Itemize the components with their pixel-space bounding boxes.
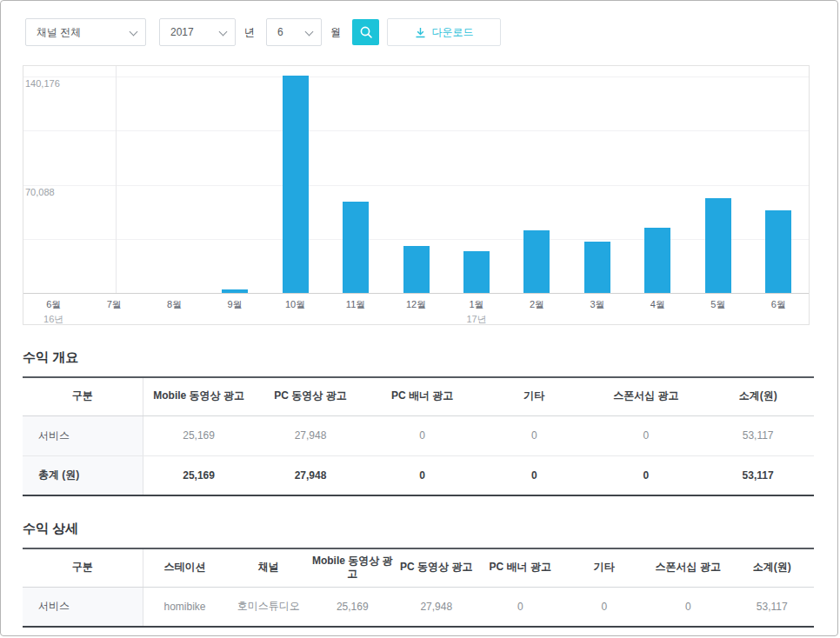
x-axis-year-label bbox=[325, 313, 385, 324]
table-cell: 0 bbox=[478, 455, 590, 495]
chevron-down-icon bbox=[219, 28, 228, 37]
x-axis-year-label bbox=[688, 313, 748, 324]
x-axis-month-label: 4월 bbox=[628, 298, 688, 311]
x-axis-month-label: 6월 bbox=[749, 298, 809, 311]
revenue-dashboard-page: 채널 전체 2017 년 6 월 bbox=[0, 0, 838, 636]
year-select[interactable]: 2017 bbox=[159, 18, 236, 46]
table-cell: 0 bbox=[478, 587, 563, 627]
x-axis-year-label bbox=[83, 313, 143, 324]
table-cell: 0 bbox=[590, 455, 703, 495]
table-cell: 서비스 bbox=[23, 415, 143, 455]
y-axis-tick-label: 70,088 bbox=[25, 187, 55, 197]
month-select[interactable]: 6 bbox=[266, 18, 322, 46]
x-axis-month-label: 2월 bbox=[507, 298, 567, 311]
chart-bar[interactable] bbox=[283, 76, 309, 293]
table-cell: 0 bbox=[646, 587, 730, 627]
chart-bar[interactable] bbox=[463, 251, 490, 293]
column-header: Mobile 동영상 광고 bbox=[143, 377, 255, 415]
column-header: PC 동영상 광고 bbox=[255, 377, 367, 415]
x-axis-month-label: 12월 bbox=[386, 298, 446, 311]
column-header: 소계(원) bbox=[730, 548, 815, 587]
channel-select[interactable]: 채널 전체 bbox=[25, 18, 146, 46]
table-cell: 25,169 bbox=[310, 587, 395, 627]
x-axis-month-label: 1월 bbox=[446, 298, 506, 311]
search-icon bbox=[359, 25, 373, 39]
x-axis-year-label: 16년 bbox=[23, 313, 83, 324]
table-cell: 53,117 bbox=[702, 415, 814, 455]
column-header: 구분 bbox=[23, 377, 143, 415]
chart-bar[interactable] bbox=[523, 230, 550, 293]
x-axis-year-label: 17년 bbox=[446, 313, 506, 324]
download-button[interactable]: 다운로드 bbox=[387, 18, 501, 46]
column-header: 스테이션 bbox=[143, 548, 227, 587]
summary-section-title: 수익 개요 bbox=[23, 349, 837, 366]
year-select-value: 2017 bbox=[170, 26, 194, 38]
revenue-summary-table: 구분 Mobile 동영상 광고 PC 동영상 광고 PC 배너 광고 기타 스… bbox=[23, 376, 814, 496]
x-axis-year-label bbox=[265, 313, 325, 324]
revenue-bar-chart: 140,176 70,088 6월16년 7월 8월 9월 10월 11월 12… bbox=[23, 65, 810, 325]
x-axis-year-label bbox=[507, 313, 567, 324]
table-header-row: 구분 Mobile 동영상 광고 PC 동영상 광고 PC 배너 광고 기타 스… bbox=[23, 377, 814, 415]
table-cell: 27,948 bbox=[255, 455, 367, 495]
chevron-down-icon bbox=[305, 28, 314, 37]
filter-bar: 채널 전체 2017 년 6 월 bbox=[25, 18, 837, 46]
x-axis-month-label: 7월 bbox=[83, 298, 143, 311]
x-axis-month-label: 9월 bbox=[204, 298, 264, 311]
column-header: 스폰서십 광고 bbox=[590, 377, 703, 415]
table-cell: 25,169 bbox=[143, 415, 255, 455]
x-axis-year-label bbox=[628, 313, 688, 324]
table-cell: 0 bbox=[590, 415, 703, 455]
table-row: 서비스 25,169 27,948 0 0 0 53,117 bbox=[23, 415, 814, 455]
table-row: 서비스 homibike 호미스튜디오 25,169 27,948 0 0 0 … bbox=[23, 587, 814, 627]
chart-bar[interactable] bbox=[403, 246, 430, 293]
channel-select-value: 채널 전체 bbox=[37, 25, 81, 40]
x-axis-month-label: 5월 bbox=[688, 298, 748, 311]
chart-plot-area: 140,176 70,088 bbox=[23, 66, 809, 293]
column-header: 채널 bbox=[227, 548, 311, 587]
column-header: PC 동영상 광고 bbox=[395, 548, 479, 587]
download-icon bbox=[415, 27, 426, 38]
table-cell: 0 bbox=[366, 455, 478, 495]
y-axis-tick-label: 140,176 bbox=[25, 78, 60, 89]
month-unit-label: 월 bbox=[330, 25, 341, 40]
x-axis-month-label: 10월 bbox=[265, 298, 325, 311]
table-cell: 서비스 bbox=[23, 587, 143, 627]
column-header: 소계(원) bbox=[702, 377, 814, 415]
column-header: PC 배너 광고 bbox=[478, 548, 563, 587]
x-axis-month-label: 8월 bbox=[144, 298, 204, 311]
detail-section-title: 수익 상세 bbox=[23, 521, 837, 537]
chart-bar[interactable] bbox=[644, 228, 670, 293]
chart-bar[interactable] bbox=[705, 198, 731, 293]
column-header: 기타 bbox=[478, 377, 590, 415]
chevron-down-icon bbox=[130, 28, 138, 37]
download-button-label: 다운로드 bbox=[432, 25, 474, 40]
month-select-value: 6 bbox=[277, 26, 283, 38]
table-cell: 총계 (원) bbox=[23, 455, 143, 495]
table-cell: 27,948 bbox=[395, 587, 479, 627]
revenue-detail-table: 구분 스테이션 채널 Mobile 동영상 광고 PC 동영상 광고 PC 배너… bbox=[23, 548, 814, 628]
table-cell: 0 bbox=[478, 415, 590, 455]
table-row-total: 총계 (원) 25,169 27,948 0 0 0 53,117 bbox=[23, 455, 814, 495]
chart-bar[interactable] bbox=[584, 242, 610, 293]
column-header: PC 배너 광고 bbox=[366, 377, 478, 415]
x-axis-month-label: 6월 bbox=[23, 298, 83, 311]
x-axis-year-label bbox=[204, 313, 264, 324]
x-axis: 6월16년 7월 8월 9월 10월 11월 12월 1월17년 2월 3월 4… bbox=[23, 293, 809, 325]
column-header: 구분 bbox=[23, 548, 143, 587]
chart-bar[interactable] bbox=[222, 289, 248, 293]
table-cell: 53,117 bbox=[730, 587, 815, 627]
table-cell: 53,117 bbox=[702, 455, 814, 495]
x-axis-month-label: 3월 bbox=[567, 298, 627, 311]
x-axis-year-label bbox=[386, 313, 446, 324]
table-cell: 0 bbox=[366, 415, 478, 455]
x-axis-year-label bbox=[567, 313, 627, 324]
table-cell: 0 bbox=[563, 587, 647, 627]
column-header: 기타 bbox=[563, 548, 647, 587]
search-button[interactable] bbox=[352, 19, 379, 45]
chart-bar[interactable] bbox=[765, 210, 791, 293]
chart-bar[interactable] bbox=[343, 202, 369, 293]
year-unit-label: 년 bbox=[244, 25, 255, 40]
table-cell: homibike bbox=[143, 587, 227, 627]
column-header: 스폰서십 광고 bbox=[646, 548, 730, 587]
chart-bars bbox=[23, 66, 809, 293]
